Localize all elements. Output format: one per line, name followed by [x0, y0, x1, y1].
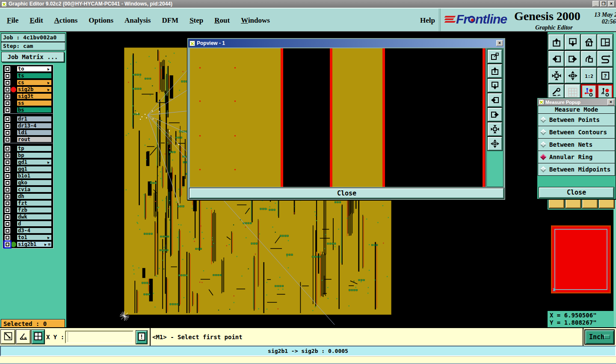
- previous-view-button[interactable]: [581, 51, 597, 67]
- layer-row-fzb[interactable]: fzb: [3, 207, 53, 213]
- layer-row-b1o1[interactable]: b1o1: [3, 172, 53, 179]
- menu-edit[interactable]: Edit: [30, 16, 43, 25]
- radio-icon[interactable]: [540, 142, 546, 148]
- layer-checkbox[interactable]: [5, 187, 10, 192]
- layer-checkbox[interactable]: [5, 194, 10, 199]
- layer-color-bar[interactable]: bs: [17, 107, 52, 113]
- layer-checkbox[interactable]: [5, 107, 10, 113]
- radio-selected-icon[interactable]: [540, 154, 546, 160]
- layer-row-cvia[interactable]: cvia: [3, 186, 53, 193]
- layer-color-bar[interactable]: bp: [17, 152, 52, 158]
- layer-color-bar[interactable]: gd1: [17, 159, 52, 165]
- layer-checkbox[interactable]: [5, 173, 10, 179]
- layer-checkbox[interactable]: [5, 116, 10, 122]
- layer-checkbox[interactable]: [5, 160, 10, 165]
- layer-color-bar[interactable]: to1: [17, 234, 52, 240]
- layer-checkbox[interactable]: [5, 73, 10, 79]
- layer-row-ts[interactable]: ts: [3, 72, 53, 79]
- layer-color-bar[interactable]: ts: [17, 73, 52, 79]
- layer-color-bar[interactable]: dwk: [17, 214, 52, 220]
- measure-option-between-points[interactable]: Between Points: [538, 114, 615, 126]
- menu-options[interactable]: Options: [89, 16, 113, 25]
- menu-step[interactable]: Step: [190, 16, 203, 25]
- layer-row-dh[interactable]: dh: [3, 193, 53, 200]
- layer-row-dr13-4[interactable]: dr13-4: [3, 122, 53, 129]
- layer-color-bar[interactable]: sig2b1⊞: [17, 241, 52, 247]
- layer-color-bar[interactable]: ldi: [17, 130, 52, 136]
- shift-left-button[interactable]: [488, 93, 502, 107]
- fit-view-button[interactable]: [488, 122, 502, 136]
- layer-row-to[interactable]: to: [3, 65, 53, 72]
- layer-row-gko[interactable]: gko: [3, 179, 53, 186]
- radio-icon[interactable]: [540, 166, 546, 172]
- measure-option-between-midpoints[interactable]: Between Midpoints: [538, 163, 615, 176]
- measure-option-between-contours[interactable]: Between Contours: [538, 126, 615, 139]
- units-dropdown[interactable]: Inch: [584, 329, 615, 345]
- layer-color-bar[interactable]: ss: [17, 100, 52, 106]
- zoom-in-button[interactable]: [548, 34, 564, 50]
- job-matrix-button[interactable]: Job Matrix ...: [1, 52, 64, 62]
- layer-checkbox[interactable]: [5, 221, 10, 227]
- radio-icon[interactable]: [540, 117, 546, 123]
- close-button[interactable]: ×: [608, 1, 615, 7]
- layer-row-d[interactable]: d: [3, 220, 53, 227]
- layer-checkbox[interactable]: [5, 80, 10, 86]
- layer-checkbox[interactable]: [5, 166, 10, 172]
- popview-close-icon[interactable]: ×: [496, 40, 503, 46]
- layer-color-bar[interactable]: cs: [17, 80, 52, 86]
- pan-view-button[interactable]: [565, 68, 580, 83]
- layer-color-bar[interactable]: cvia: [17, 186, 52, 192]
- layer-row-gg1[interactable]: gg1: [3, 166, 53, 172]
- zoom-1-2-button[interactable]: 1:2: [581, 68, 597, 83]
- zoom-out-button[interactable]: [565, 34, 580, 50]
- layer-checkbox[interactable]: [5, 137, 10, 142]
- layer-row-cs[interactable]: cs: [3, 79, 53, 86]
- layer-row-sig2b1[interactable]: sig2b1⊞: [3, 241, 53, 248]
- layer-color-bar[interactable]: sig2b: [17, 86, 52, 92]
- layer-row-rout[interactable]: rout: [3, 136, 53, 143]
- zoom-in-button[interactable]: [488, 64, 502, 78]
- measure-option-between-nets[interactable]: Between Nets: [538, 139, 615, 151]
- radio-icon[interactable]: [540, 129, 546, 135]
- menu-file[interactable]: File: [7, 16, 18, 25]
- layer-checkbox[interactable]: [5, 101, 10, 106]
- layer-row-bs[interactable]: bs: [3, 107, 53, 113]
- menu-actions[interactable]: Actions: [54, 16, 78, 25]
- measure-close-button[interactable]: Close: [539, 187, 614, 198]
- layer-checkbox[interactable]: [5, 228, 10, 234]
- layer-color-bar[interactable]: dr13-4: [17, 123, 52, 129]
- layer-color-bar[interactable]: fzb: [17, 207, 52, 213]
- layer-color-bar[interactable]: to: [17, 66, 52, 72]
- serpentine-scan-button[interactable]: [597, 51, 613, 67]
- layer-color-bar[interactable]: dr1: [17, 116, 52, 122]
- layer-color-bar[interactable]: d3-4: [17, 228, 52, 234]
- measure-option-annular-ring[interactable]: Annular Ring: [538, 151, 615, 163]
- layer-row-dr1[interactable]: dr1: [3, 115, 53, 122]
- measure-close-icon[interactable]: ×: [607, 99, 614, 105]
- layer-row-ldi[interactable]: ldi: [3, 129, 53, 136]
- layer-checkbox[interactable]: [5, 66, 10, 72]
- layer-color-bar[interactable]: b1o1: [17, 173, 52, 179]
- layer-row-bp[interactable]: bp: [3, 152, 53, 159]
- layer-checkbox[interactable]: [5, 201, 10, 206]
- restore-button[interactable]: ❐: [600, 1, 607, 7]
- minimize-button[interactable]: _: [592, 1, 599, 7]
- clone-window-button[interactable]: [488, 50, 502, 63]
- menu-windows[interactable]: Windows: [241, 16, 270, 25]
- shift-right-button[interactable]: [565, 51, 580, 67]
- shift-left-button[interactable]: [548, 51, 564, 67]
- layer-color-bar[interactable]: gg1: [17, 166, 52, 172]
- layer-checkbox[interactable]: [5, 94, 10, 99]
- popview-close-button[interactable]: Close: [190, 188, 504, 198]
- layer-row-sig2b[interactable]: sig2b: [3, 86, 53, 93]
- grid-toggle-button[interactable]: [32, 330, 44, 344]
- xy-input[interactable]: [65, 331, 133, 343]
- shift-right-button[interactable]: [488, 108, 502, 121]
- layer-checkbox[interactable]: [5, 180, 10, 186]
- layer-checkbox[interactable]: [5, 130, 10, 136]
- menu-rout[interactable]: Rout: [214, 16, 230, 25]
- layer-checkbox[interactable]: [5, 153, 10, 158]
- menu-help[interactable]: Help: [420, 16, 435, 25]
- layer-checkbox[interactable]: [5, 123, 10, 129]
- measure-titlebar[interactable]: Measure Popup ×: [538, 98, 615, 106]
